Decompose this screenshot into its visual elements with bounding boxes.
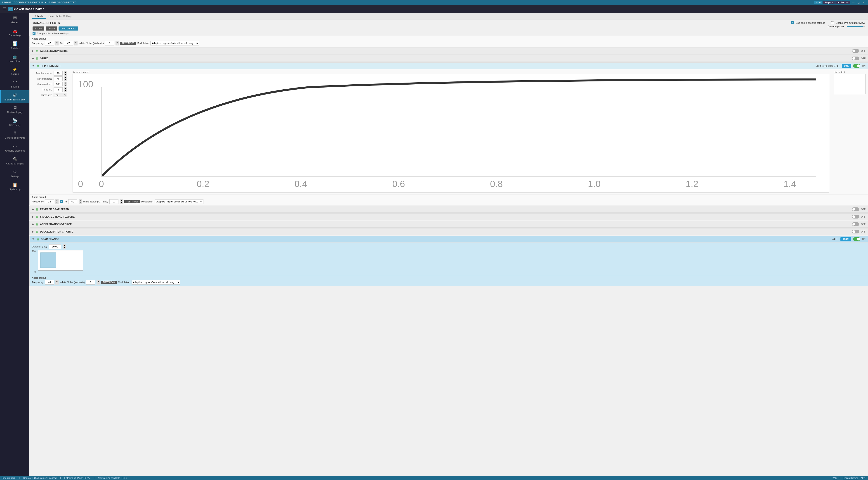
- sb-discord[interactable]: Discord Server: [843, 477, 858, 479]
- rpm-test-now[interactable]: TEST NOW: [124, 200, 140, 203]
- sidebar-item-available-properties[interactable]: ⋯ Available properties: [0, 141, 29, 154]
- maxf-up[interactable]: ▲: [64, 82, 67, 84]
- import-button[interactable]: Import: [46, 27, 57, 31]
- rgs-toggle[interactable]: [852, 207, 859, 211]
- maximize-button[interactable]: □: [857, 1, 861, 4]
- section-deceleration-g-force: ▶ ▦ DECCELERATION G-FORCE OFF: [29, 228, 868, 235]
- max-force-input[interactable]: [54, 82, 63, 86]
- sidebar-item-settings[interactable]: ⚙ Settings: [0, 167, 29, 180]
- mf-down[interactable]: ▼: [64, 79, 67, 81]
- sidebar-item-nextion-display[interactable]: 🖥 Nextion display: [0, 103, 29, 116]
- rpm-ft-down[interactable]: ▼: [79, 202, 82, 204]
- feedback-factor-input[interactable]: [54, 71, 63, 76]
- srt-header[interactable]: ▶ ▦ SIMULATED ROAD TEXTURE OFF: [30, 213, 868, 220]
- gc-wn-down[interactable]: ▼: [96, 282, 100, 284]
- wn-up-top[interactable]: ▲: [116, 41, 119, 43]
- rpm-wn-up[interactable]: ▲: [120, 199, 123, 202]
- live-button[interactable]: Live: [814, 1, 822, 4]
- white-noise-input-top[interactable]: [105, 41, 114, 46]
- sidebar-item-system-log[interactable]: 📋 System log: [0, 180, 29, 193]
- mf-up[interactable]: ▲: [64, 77, 67, 79]
- threshold-input[interactable]: [54, 87, 63, 92]
- sidebar-item-car-settings[interactable]: 🚗 Car settings: [0, 26, 29, 39]
- dgf-header[interactable]: ▶ ▦ DECCELERATION G-FORCE OFF: [30, 229, 868, 235]
- gc-toggle[interactable]: [853, 237, 860, 241]
- min-force-input[interactable]: [54, 77, 63, 81]
- gear-change-header[interactable]: ▼ ▦ GEAR CHANGE 44Hz 100% ON: [30, 236, 868, 242]
- thr-down[interactable]: ▼: [64, 90, 67, 92]
- use-game-specific-checkbox[interactable]: [791, 21, 794, 24]
- export-button[interactable]: Export: [33, 27, 44, 31]
- dur-up[interactable]: ▲: [63, 244, 66, 246]
- freq-to-input[interactable]: [64, 41, 73, 46]
- sidebar-item-dash-studio[interactable]: 📺 Dash Studio: [0, 52, 29, 65]
- dgf-toggle[interactable]: [852, 230, 859, 234]
- reverse-gear-speed-header[interactable]: ▶ ▦ REVERSE GEAR SPEED OFF: [30, 206, 868, 213]
- hamburger-icon[interactable]: ☰: [3, 7, 6, 11]
- rpm-ff-up[interactable]: ▲: [55, 199, 59, 202]
- sb-port: Listening UDP port 20777: [64, 477, 90, 479]
- rpm-freq-check[interactable]: [60, 200, 63, 203]
- gc-test-now[interactable]: TEST NOW: [101, 281, 117, 284]
- tab-effects[interactable]: Effects: [32, 14, 46, 19]
- rpm-wn-down[interactable]: ▼: [120, 202, 123, 204]
- svg-text:0: 0: [78, 179, 83, 189]
- agf-toggle[interactable]: [852, 222, 859, 226]
- gc-freq-input[interactable]: [45, 280, 54, 284]
- freq-from-down[interactable]: ▼: [55, 43, 59, 46]
- load-defaults-button[interactable]: Load defaults: [59, 27, 78, 31]
- duration-input[interactable]: [49, 244, 61, 249]
- modulation-select-top[interactable]: Adaptive : higher effects will be held l…: [150, 41, 199, 46]
- dur-down[interactable]: ▼: [63, 246, 66, 249]
- ff-down[interactable]: ▼: [64, 73, 67, 76]
- rpm-freq-to-input[interactable]: [68, 199, 77, 204]
- freq-from-up[interactable]: ▲: [55, 41, 59, 43]
- sb-wiki[interactable]: Wiki: [833, 477, 837, 479]
- gc-freq-up[interactable]: ▲: [55, 280, 59, 282]
- speed-toggle[interactable]: [852, 57, 859, 60]
- rpm-wn-input[interactable]: [110, 199, 119, 204]
- replay-button[interactable]: Replay: [823, 1, 835, 4]
- wn-down-top[interactable]: ▼: [116, 43, 119, 46]
- agf-header[interactable]: ▶ ▦ ACCELERATION G-FORCE OFF: [30, 221, 868, 228]
- sidebar-item-shakeit-bass-shaker[interactable]: 🔊 ShakeIt Bass Shaker: [0, 90, 29, 103]
- enable-live-checkbox[interactable]: [831, 21, 834, 24]
- freq-to-up[interactable]: ▲: [74, 41, 78, 43]
- group-similar-checkbox[interactable]: [33, 32, 35, 35]
- close-button[interactable]: ✕: [862, 1, 866, 4]
- tab-bass-shaker-settings[interactable]: Bass Shaker Settings: [46, 14, 75, 19]
- gc-wn-input[interactable]: [86, 280, 95, 284]
- rpm-freq-from-input[interactable]: [45, 199, 54, 204]
- rpm-header[interactable]: ▼ ▦ RPM (PERCENT) 28Hz to 40Hz (+/- 1Hz)…: [30, 63, 868, 69]
- general-power-slider[interactable]: [847, 26, 865, 27]
- record-button[interactable]: ⏺ Record: [835, 1, 850, 4]
- sidebar-item-games[interactable]: 🎮 Games: [0, 13, 29, 26]
- rpm-mod-select[interactable]: Adaptive : higher effects will be held l…: [155, 199, 204, 204]
- freq-to-down[interactable]: ▼: [74, 43, 78, 46]
- sidebar-item-udp-relay[interactable]: 📡 UDP Relay: [0, 116, 29, 129]
- freq-from-input[interactable]: [45, 41, 54, 46]
- sidebar-item-arduino[interactable]: ⚡ Arduino: [0, 65, 29, 78]
- test-now-top[interactable]: TEST NOW: [120, 41, 135, 45]
- additional-plugins-icon: 🔌: [12, 156, 18, 161]
- minimize-button[interactable]: ─: [851, 1, 856, 4]
- ff-up[interactable]: ▲: [64, 71, 67, 73]
- rpm-toggle[interactable]: [853, 64, 860, 68]
- maxf-down[interactable]: ▼: [64, 84, 67, 86]
- rpm-ao-label: Audio output: [32, 196, 866, 199]
- rpm-ff-down[interactable]: ▼: [55, 202, 59, 204]
- sidebar-item-controls-events[interactable]: 🎛 Controls and events: [0, 129, 29, 141]
- gc-wn-up[interactable]: ▲: [96, 280, 100, 282]
- acceleration-slide-header[interactable]: ▶ ▦ ACCELERATION SLIDE OFF: [30, 48, 868, 54]
- gc-freq-down[interactable]: ▼: [55, 282, 59, 284]
- thr-up[interactable]: ▲: [64, 87, 67, 90]
- srt-toggle[interactable]: [852, 215, 859, 218]
- rpm-ft-up[interactable]: ▲: [79, 199, 82, 202]
- sidebar-item-shakeit[interactable]: 〰 ShakeIt: [0, 78, 29, 90]
- acceleration-slide-toggle[interactable]: [852, 49, 859, 53]
- speed-header[interactable]: ▶ ▦ SPEED OFF: [30, 55, 868, 62]
- sidebar-item-statistics[interactable]: 📊 Statistics: [0, 39, 29, 52]
- sidebar-item-additional-plugins[interactable]: 🔌 Additional plugins: [0, 154, 29, 167]
- gc-mod-select[interactable]: Adaptive : higher effects will be held l…: [131, 280, 180, 284]
- curve-style-select[interactable]: Log Linear: [54, 93, 67, 97]
